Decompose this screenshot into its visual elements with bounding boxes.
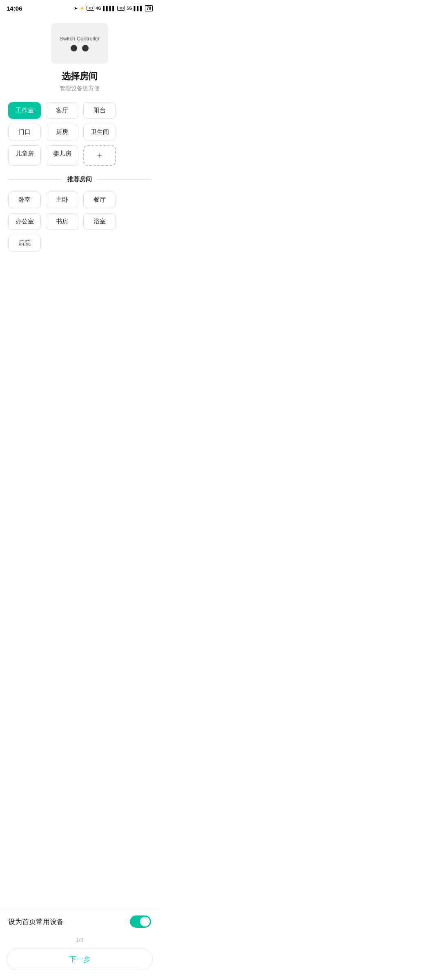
recommended-chip-书房[interactable]: 书房 bbox=[46, 213, 78, 230]
room-chip-门口[interactable]: 门口 bbox=[8, 124, 41, 140]
device-area: Switch Controller bbox=[0, 23, 159, 64]
divider-line-left bbox=[8, 179, 62, 180]
divider-label: 推荐房间 bbox=[67, 176, 92, 183]
device-dots bbox=[71, 45, 89, 51]
recommended-chip-主卧[interactable]: 主卧 bbox=[46, 192, 78, 208]
signal-4g-icon: 4G bbox=[96, 6, 101, 11]
recommended-chip-卧室[interactable]: 卧室 bbox=[8, 192, 41, 208]
room-chip-卫生间[interactable]: 卫生间 bbox=[83, 124, 116, 140]
location-icon: ➤ bbox=[74, 6, 78, 11]
room-chip-儿童房[interactable]: 儿童房 bbox=[8, 145, 41, 166]
title-section: 选择房间 管理设备更方便 bbox=[0, 70, 159, 92]
device-card: Switch Controller bbox=[51, 23, 108, 64]
signal-bars-1: ▌▌▌▌ bbox=[103, 6, 116, 11]
recommended-chip-办公室[interactable]: 办公室 bbox=[8, 213, 41, 230]
section-divider: 推荐房间 bbox=[8, 176, 151, 183]
divider-line-right bbox=[97, 179, 151, 180]
hd-icon-2: HD bbox=[117, 6, 125, 11]
my-rooms-grid: 工作室客厅阳台门口厨房卫生间儿童房婴儿房+ bbox=[8, 102, 151, 166]
recommended-chip-后院[interactable]: 后院 bbox=[8, 235, 41, 252]
room-chip-工作室[interactable]: 工作室 bbox=[8, 102, 41, 119]
spacer bbox=[0, 265, 159, 330]
device-dot-1 bbox=[71, 45, 77, 51]
status-icons: ➤ ⚡ HD 4G ▌▌▌▌ HD 5G ▌▌▌ 70 bbox=[74, 5, 153, 11]
sub-title: 管理设备更方便 bbox=[0, 85, 159, 92]
main-title: 选择房间 bbox=[0, 70, 159, 82]
recommended-rooms-grid: 卧室主卧餐厅办公室书房浴室后院 bbox=[8, 192, 151, 252]
add-room-button[interactable]: + bbox=[83, 145, 116, 166]
device-dot-2 bbox=[82, 45, 89, 51]
hd-icon: HD bbox=[87, 6, 94, 11]
signal-bars-2: ▌▌▌ bbox=[134, 6, 143, 11]
room-chip-婴儿房[interactable]: 婴儿房 bbox=[46, 145, 78, 166]
room-chip-客厅[interactable]: 客厅 bbox=[46, 102, 78, 119]
recommended-chip-浴室[interactable]: 浴室 bbox=[83, 213, 116, 230]
device-label: Switch Controller bbox=[60, 36, 100, 42]
status-bar: 14:06 ➤ ⚡ HD 4G ▌▌▌▌ HD 5G ▌▌▌ 70 bbox=[0, 0, 159, 15]
room-chip-厨房[interactable]: 厨房 bbox=[46, 124, 78, 140]
recommended-chip-餐厅[interactable]: 餐厅 bbox=[83, 192, 116, 208]
signal-5g-icon: 5G bbox=[127, 6, 132, 11]
my-rooms-section: 工作室客厅阳台门口厨房卫生间儿童房婴儿房+ bbox=[0, 102, 159, 166]
status-time: 14:06 bbox=[7, 5, 22, 12]
room-chip-阳台[interactable]: 阳台 bbox=[83, 102, 116, 119]
bluetooth-icon: ⚡ bbox=[79, 6, 85, 11]
recommended-section: 卧室主卧餐厅办公室书房浴室后院 bbox=[0, 192, 159, 252]
battery-indicator: 70 bbox=[145, 5, 153, 11]
